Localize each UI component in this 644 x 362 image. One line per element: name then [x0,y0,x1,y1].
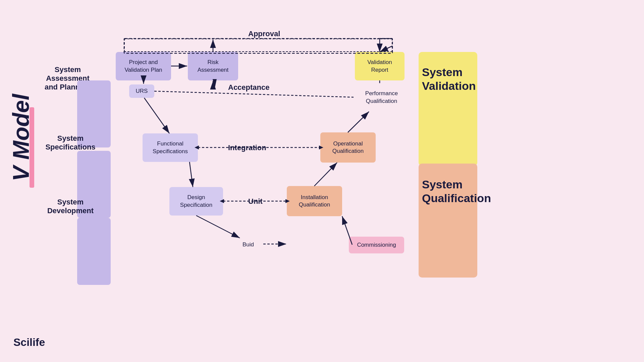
commissioning-node: Commissioning [349,237,404,253]
v-model-bar [30,107,34,188]
acceptance-label: Acceptance [228,83,270,92]
svg-marker-19 [213,79,217,89]
approval-label: Approval [248,29,280,38]
svg-line-17 [348,112,369,132]
system-dev-label: SystemDevelopment [40,198,101,215]
unit-label: Unit [248,197,263,206]
integration-label: Integration [228,143,266,152]
risk-assessment-node: RiskAssessment [188,52,238,80]
performance-qual-node: PerformanceQualification [354,83,409,112]
build-node: Buid [233,238,263,251]
system-specs-label: SystemSpecifications [40,134,101,152]
design-spec-node: DesignSpecification [169,187,223,216]
svg-line-7 [190,162,193,187]
system-qualification-label: SystemQualification [422,178,491,205]
validation-report-node: ValidationReport [355,52,405,80]
svg-line-8 [196,216,240,238]
operational-qual-node: OperationalQualification [320,132,376,163]
urs-node: URS [129,84,154,98]
project-validation-node: Project andValidation Plan [116,52,171,80]
svg-line-6 [144,98,169,133]
brand-label: Scilife [13,336,45,349]
installation-qual-node: InstallationQualification [287,186,342,216]
svg-line-13 [314,163,337,186]
functional-specs-node: FunctionalSpecifications [143,133,198,162]
system-validation-label: SystemValidation [422,65,476,93]
svg-line-18 [154,91,354,97]
system-dev-box [77,218,111,285]
approval-dashed-box [124,39,392,52]
v-model-label: V Model [9,94,32,181]
